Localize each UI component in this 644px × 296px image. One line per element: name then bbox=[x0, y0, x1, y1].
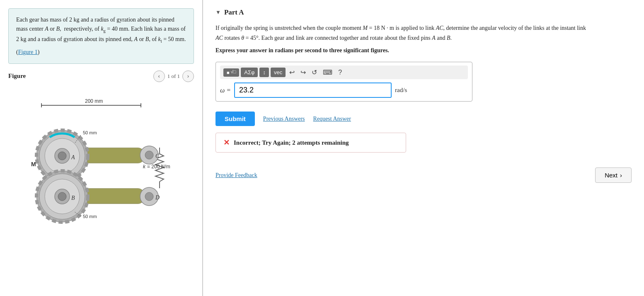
svg-text:50 mm: 50 mm bbox=[83, 130, 97, 135]
reset-btn[interactable]: ↺ bbox=[310, 68, 319, 77]
unit-label: rad/s bbox=[395, 87, 407, 94]
feedback-box: ✕ Incorrect; Try Again; 2 attempts remai… bbox=[215, 133, 406, 153]
svg-text:k: k bbox=[143, 164, 146, 170]
answer-input[interactable] bbox=[234, 82, 392, 98]
svg-text:50 mm: 50 mm bbox=[83, 214, 97, 219]
vec-btn[interactable]: vec bbox=[271, 68, 286, 77]
keyboard-btn[interactable]: ⌨ bbox=[321, 68, 334, 77]
error-icon: ✕ bbox=[223, 138, 230, 147]
undo-btn[interactable]: ↩ bbox=[287, 68, 297, 77]
svg-text:C: C bbox=[155, 153, 160, 159]
submit-button[interactable]: Submit bbox=[215, 112, 255, 126]
next-chevron-icon: › bbox=[620, 172, 622, 179]
svg-text:B: B bbox=[71, 195, 75, 201]
previous-answers-btn[interactable]: Previous Answers bbox=[263, 116, 305, 122]
figure-title: Figure bbox=[8, 73, 26, 80]
math-input-box: ■ √□ AΣφ ↕ vec ↩ ↪ ↺ ⌨ ? ω = rad/s bbox=[215, 62, 472, 102]
svg-text:A: A bbox=[71, 154, 75, 160]
arrows-btn[interactable]: ↕ bbox=[259, 68, 269, 77]
svg-text:200 mm: 200 mm bbox=[85, 98, 103, 104]
figure-next-btn[interactable]: › bbox=[182, 70, 194, 82]
redo-btn[interactable]: ↪ bbox=[298, 68, 308, 77]
figure-nav: ‹ 1 of 1 › bbox=[153, 70, 194, 82]
request-answer-btn[interactable]: Request Answer bbox=[313, 116, 351, 122]
figure1-link[interactable]: Figure 1 bbox=[18, 49, 38, 55]
svg-point-20 bbox=[58, 152, 66, 160]
figure-image: 200 mm M k bbox=[8, 85, 186, 235]
math-toolbar: ■ √□ AΣφ ↕ vec ↩ ↪ ↺ ⌨ ? bbox=[220, 66, 468, 79]
svg-point-33 bbox=[145, 192, 153, 201]
question-text: If originally the spring is unstretched … bbox=[215, 23, 588, 55]
svg-text:D: D bbox=[155, 194, 160, 201]
collapse-icon[interactable]: ▼ bbox=[215, 9, 221, 16]
bottom-row: Provide Feedback Next › bbox=[215, 167, 632, 183]
svg-point-23 bbox=[145, 151, 153, 159]
greek-btn[interactable]: AΣφ bbox=[241, 68, 258, 77]
omega-label: ω = bbox=[220, 87, 231, 94]
express-instruction: Express your answer in radians per secon… bbox=[215, 46, 588, 56]
svg-text:= 200 N/m: = 200 N/m bbox=[147, 164, 170, 170]
part-label: Part A bbox=[224, 8, 244, 17]
next-label: Next bbox=[605, 172, 617, 179]
figure-count: 1 of 1 bbox=[167, 73, 180, 80]
fraction-btn[interactable]: ■ √□ bbox=[223, 68, 239, 77]
help-btn[interactable]: ? bbox=[336, 68, 344, 77]
part-header: ▼ Part A bbox=[215, 8, 632, 17]
provide-feedback-btn[interactable]: Provide Feedback bbox=[215, 172, 257, 179]
figure-section: Figure ‹ 1 of 1 › 200 mm bbox=[8, 70, 194, 288]
action-row: Submit Previous Answers Request Answer bbox=[215, 112, 632, 126]
problem-statement: Each gear has mass of 2 kg and a radius … bbox=[8, 8, 194, 64]
next-button[interactable]: Next › bbox=[595, 167, 632, 183]
svg-point-30 bbox=[58, 192, 66, 201]
feedback-text: Incorrect; Try Again; 2 attempts remaini… bbox=[234, 139, 349, 146]
figure-prev-btn[interactable]: ‹ bbox=[153, 70, 165, 82]
svg-text:M: M bbox=[31, 161, 36, 167]
